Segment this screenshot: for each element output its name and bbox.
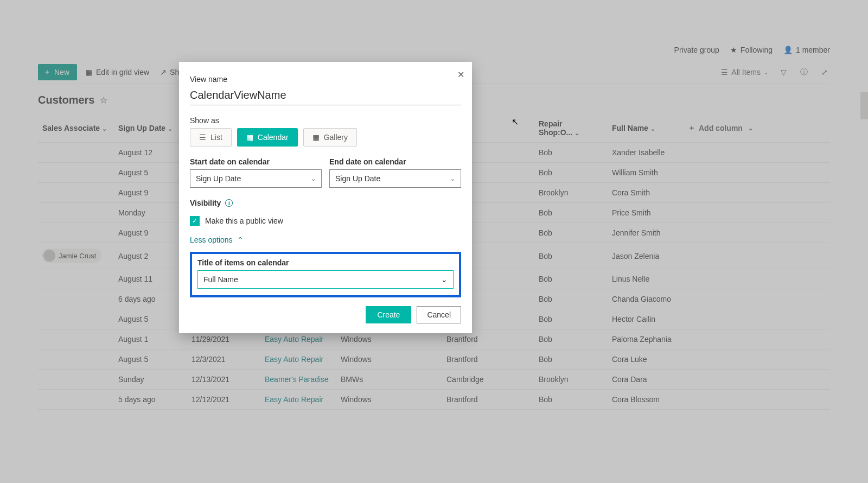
close-icon: ✕: [457, 70, 464, 79]
show-as-calendar-button[interactable]: ▦ Calendar: [237, 128, 298, 147]
checkbox-checked-icon: ✓: [190, 216, 200, 226]
public-view-checkbox-row[interactable]: ✓ Make this a public view: [190, 216, 461, 226]
chevron-up-icon: ⌃: [237, 236, 244, 244]
view-name-label: View name: [190, 75, 461, 84]
start-date-label: Start date on calendar: [190, 157, 322, 166]
close-button[interactable]: ✕: [457, 69, 464, 80]
gallery-icon: ▦: [312, 133, 320, 142]
title-items-select[interactable]: Full Name ⌄: [197, 270, 454, 289]
cancel-button[interactable]: Cancel: [417, 306, 461, 323]
chevron-down-icon: ⌄: [441, 275, 448, 284]
create-button[interactable]: Create: [366, 306, 411, 323]
end-date-select[interactable]: Sign Up Date ⌄: [329, 169, 461, 188]
less-options-toggle[interactable]: Less options ⌃: [190, 236, 244, 244]
info-icon[interactable]: i: [225, 199, 233, 207]
show-as-gallery-button[interactable]: ▦ Gallery: [303, 128, 357, 147]
start-date-select[interactable]: Sign Up Date ⌄: [190, 169, 322, 188]
end-date-label: End date on calendar: [329, 157, 461, 166]
scrollbar-thumb[interactable]: [860, 92, 868, 119]
show-as-label: Show as: [190, 116, 461, 125]
title-of-items-highlight: Title of items on calendar Full Name ⌄: [190, 252, 461, 297]
chevron-down-icon: ⌄: [450, 175, 455, 182]
visibility-label: Visibility i: [190, 199, 233, 207]
create-view-dialog: ✕ View name Show as ☰ List ▦ Calendar ▦ …: [179, 62, 472, 333]
calendar-icon: ▦: [246, 133, 253, 142]
public-view-label: Make this a public view: [205, 217, 283, 225]
view-name-input[interactable]: [190, 87, 461, 105]
chevron-down-icon: ⌄: [311, 175, 316, 182]
title-items-label: Title of items on calendar: [197, 258, 454, 267]
list-icon: ☰: [199, 133, 206, 142]
show-as-list-button[interactable]: ☰ List: [190, 128, 232, 147]
